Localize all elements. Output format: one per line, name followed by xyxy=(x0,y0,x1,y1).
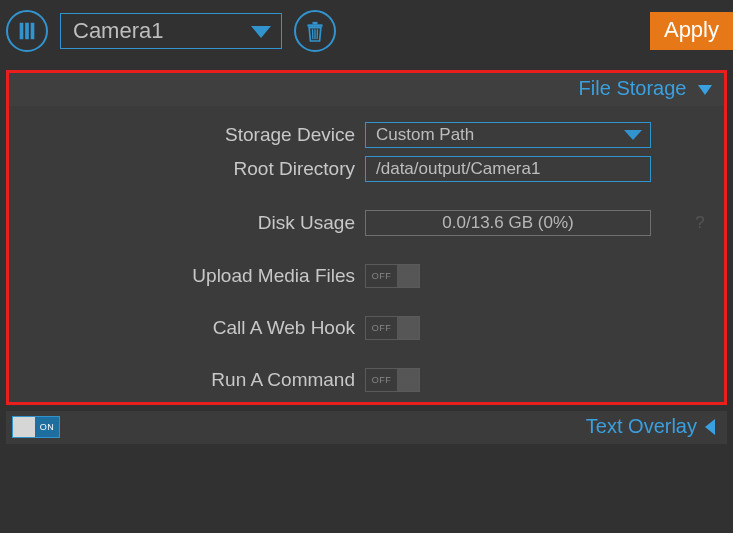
storage-device-value: Custom Path xyxy=(376,125,474,145)
text-overlay-title: Text Overlay xyxy=(586,415,697,438)
svg-marker-9 xyxy=(705,419,715,435)
chevron-left-icon xyxy=(705,419,715,435)
camera-select-value: Camera1 xyxy=(73,18,163,44)
toggle-state: OFF xyxy=(366,317,397,339)
toggle-state: OFF xyxy=(366,369,397,391)
top-bar: Camera1 Apply xyxy=(0,0,733,62)
delete-button[interactable] xyxy=(294,10,336,52)
root-directory-input[interactable] xyxy=(365,156,651,182)
file-storage-section: File Storage Storage Device Custom Path … xyxy=(6,70,727,405)
svg-rect-1 xyxy=(25,23,29,40)
storage-device-select[interactable]: Custom Path xyxy=(365,122,651,148)
file-storage-title: File Storage xyxy=(579,77,687,99)
toggle-state: OFF xyxy=(366,265,397,287)
text-overlay-header[interactable]: Text Overlay xyxy=(586,415,715,438)
help-icon[interactable]: ? xyxy=(691,214,709,232)
svg-marker-8 xyxy=(624,130,642,140)
toggle-handle xyxy=(397,317,419,339)
file-storage-header[interactable]: File Storage xyxy=(9,73,724,106)
disk-usage-value: 0.0/13.6 GB (0%) xyxy=(442,213,573,233)
upload-media-toggle[interactable]: OFF xyxy=(365,264,420,288)
menu-button[interactable] xyxy=(6,10,48,52)
webhook-toggle[interactable]: OFF xyxy=(365,316,420,340)
storage-device-label: Storage Device xyxy=(9,124,365,146)
root-directory-label: Root Directory xyxy=(9,158,365,180)
upload-media-label: Upload Media Files xyxy=(9,265,365,287)
text-overlay-section: ON Text Overlay xyxy=(6,411,727,444)
svg-rect-2 xyxy=(31,23,35,40)
apply-button[interactable]: Apply xyxy=(650,12,733,50)
svg-rect-0 xyxy=(20,23,24,40)
disk-usage-label: Disk Usage xyxy=(9,212,365,234)
trash-icon xyxy=(305,20,325,42)
disk-usage-bar: 0.0/13.6 GB (0%) xyxy=(365,210,651,236)
chevron-down-icon xyxy=(624,130,642,140)
toggle-handle xyxy=(397,265,419,287)
toggle-state: ON xyxy=(35,417,59,437)
command-toggle[interactable]: OFF xyxy=(365,368,420,392)
command-label: Run A Command xyxy=(9,369,365,391)
chevron-down-icon xyxy=(251,26,271,38)
toggle-handle xyxy=(13,417,35,437)
camera-select[interactable]: Camera1 xyxy=(60,13,282,49)
toggle-handle xyxy=(397,369,419,391)
svg-marker-3 xyxy=(251,26,271,38)
webhook-label: Call A Web Hook xyxy=(9,317,365,339)
menu-icon xyxy=(16,20,38,42)
svg-marker-7 xyxy=(698,85,712,95)
text-overlay-toggle[interactable]: ON xyxy=(12,416,60,438)
chevron-down-icon xyxy=(698,77,712,99)
